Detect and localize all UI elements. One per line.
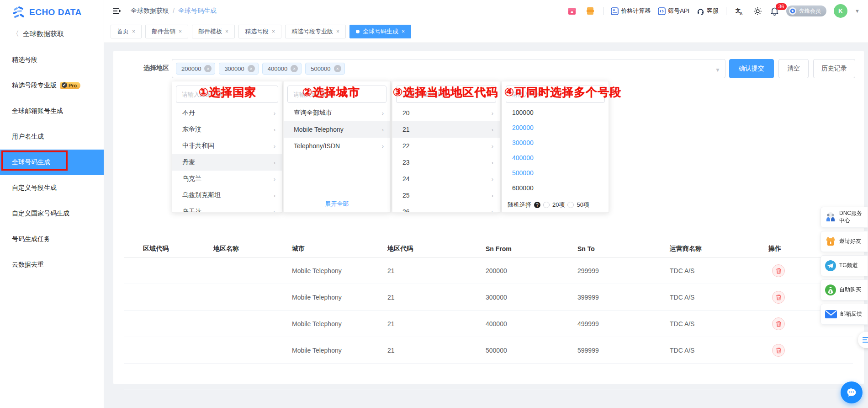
sidebar-item-自定义国家号码生成[interactable]: 自定义国家号码生成 — [0, 201, 104, 226]
cascader-option[interactable]: 中非共和国› — [172, 138, 282, 154]
theme-icon[interactable] — [752, 5, 763, 16]
chevron-right-icon: › — [492, 159, 493, 166]
cascader-option[interactable]: 200000 — [502, 120, 609, 135]
help-icon[interactable]: ? — [534, 202, 540, 208]
radio-icon[interactable] — [567, 202, 574, 208]
tag-remove-icon[interactable]: × — [334, 65, 341, 72]
sidebar-item-云数据去重[interactable]: 云数据去重 — [0, 252, 104, 278]
cascader-option[interactable]: 22› — [392, 138, 500, 154]
tab-close-icon[interactable]: × — [225, 28, 228, 35]
random-option-label[interactable]: 50项 — [577, 201, 589, 209]
sidebar-item-label: 云数据去重 — [12, 261, 44, 269]
region-select-input[interactable]: ▼ 200000×300000×400000×500000× — [172, 59, 725, 78]
rail-item-邮箱反馈[interactable]: 邮箱反馈 — [820, 304, 868, 325]
tab-label: 邮件模板 — [198, 27, 222, 36]
cascader-option[interactable]: 300000 — [502, 135, 609, 150]
tab-精选号段[interactable]: 精选号段× — [238, 25, 281, 38]
tab-close-icon[interactable]: × — [402, 28, 405, 35]
cascader-option[interactable]: 21› — [392, 121, 500, 138]
cascader-search-input[interactable] — [506, 86, 605, 103]
translate-icon[interactable]: 文A — [734, 5, 745, 16]
tab-精选号段专业版[interactable]: 精选号段专业版× — [285, 25, 346, 38]
sidebar-item-精选号段[interactable]: 精选号段 — [0, 47, 104, 73]
cascader-option[interactable]: 400000 — [502, 150, 609, 165]
tag-remove-icon[interactable]: × — [291, 65, 298, 72]
sidebar-back-link[interactable]: 〈 全球数据获取 — [0, 24, 104, 43]
tag-remove-icon[interactable]: × — [248, 65, 255, 72]
cascader-search-input[interactable] — [396, 86, 496, 103]
cascader-option[interactable]: 500000 — [502, 165, 609, 180]
delete-row-button[interactable] — [772, 344, 785, 357]
sidebar-item-自定义号段生成[interactable]: 自定义号段生成 — [0, 175, 104, 201]
tab-邮件营销[interactable]: 邮件营销× — [145, 25, 188, 38]
sidebar-item-号码生成任务[interactable]: 号码生成任务 — [0, 226, 104, 252]
tab-close-icon[interactable]: × — [272, 28, 275, 35]
sidebar-item-全球邮箱账号生成[interactable]: 全球邮箱账号生成 — [0, 98, 104, 124]
cascader-option[interactable]: 100000 — [502, 105, 609, 120]
region-tag: 500000× — [305, 63, 344, 75]
clear-button[interactable]: 清空 — [778, 59, 809, 78]
cascader-option[interactable]: 乌干达› — [172, 204, 282, 213]
tab-close-icon[interactable]: × — [336, 28, 339, 35]
brand-name: ECHO DATA — [29, 7, 82, 17]
cascader-panel-4: 100000200000300000400000500000600000随机选择… — [502, 81, 609, 213]
history-button[interactable]: 历史记录 — [813, 59, 855, 78]
rail-item-邀请好友[interactable]: 邀请好友 — [820, 231, 868, 252]
cascader-option-label: 中非共和国 — [182, 142, 214, 150]
cascader-search-input[interactable] — [176, 86, 278, 103]
rail-item-TG频道[interactable]: TG频道 — [820, 255, 868, 276]
member-badge[interactable]: 先锋会员 — [786, 5, 826, 16]
radio-icon[interactable] — [543, 202, 550, 208]
sidebar-item-全球号码生成[interactable]: 全球号码生成 — [0, 150, 104, 175]
cascader-search-input[interactable] — [287, 86, 386, 103]
cascader-option-label: 24 — [402, 175, 410, 183]
submit-button[interactable]: 确认提交 — [729, 59, 774, 78]
tool-label: 筛号API — [668, 7, 689, 15]
chevron-down-icon[interactable]: ▼ — [855, 8, 860, 14]
tool-number-api[interactable]: 筛号API — [658, 7, 689, 15]
cascader-option[interactable]: Telephony/ISDN› — [284, 138, 390, 154]
cascader-option[interactable]: 乌兹别克斯坦› — [172, 187, 282, 204]
tool-price-calculator[interactable]: 价格计算器 — [611, 7, 651, 15]
cascader-option[interactable]: 600000 — [502, 180, 609, 195]
expand-all-link[interactable]: 展开全部 — [284, 200, 390, 208]
cascader-option[interactable]: 不丹› — [172, 105, 282, 121]
tab-close-icon[interactable]: × — [132, 28, 135, 35]
tab-close-icon[interactable]: × — [179, 28, 182, 35]
cascader-option[interactable]: 丹麦› — [172, 154, 282, 171]
tag-remove-icon[interactable]: × — [204, 65, 212, 72]
sidebar-item-精选号段专业版[interactable]: 精选号段专业版Pro — [0, 73, 104, 98]
cascader-option[interactable]: 26› — [392, 204, 500, 213]
cascader-option[interactable]: 乌克兰› — [172, 171, 282, 187]
cascader-option[interactable]: 23› — [392, 154, 500, 171]
cascader-option[interactable]: 查询全部城市› — [284, 105, 390, 121]
breadcrumb-parent[interactable]: 全球数据获取 — [131, 7, 169, 15]
cascader-option[interactable]: 20› — [392, 105, 500, 121]
region-tag-label: 500000 — [311, 65, 330, 72]
cascader-option[interactable]: 东帝汶› — [172, 121, 282, 138]
delete-row-button[interactable] — [772, 291, 785, 304]
chat-support-button[interactable] — [841, 381, 863, 403]
rail-item-DNC服务中心[interactable]: DNC服务中心 — [820, 207, 868, 228]
cascader-panel-2: 查询全部城市›Mobile Telephony›Telephony/ISDN›展… — [283, 81, 391, 213]
avatar[interactable]: K — [834, 4, 847, 18]
active-tab-dot-icon — [356, 30, 360, 33]
rail-item-自助购买[interactable]: $自助购买 — [820, 279, 868, 301]
sidebar-item-label: 号码生成任务 — [12, 235, 50, 243]
tab-全球号码生成[interactable]: 全球号码生成× — [349, 25, 411, 38]
cascader-option[interactable]: 24› — [392, 171, 500, 187]
sidebar-item-用户名生成[interactable]: 用户名生成 — [0, 124, 104, 150]
delete-row-button[interactable] — [772, 264, 785, 277]
cascader-option[interactable]: Mobile Telephony› — [284, 121, 390, 138]
tab-邮件模板[interactable]: 邮件模板× — [192, 25, 235, 38]
wallet-icon[interactable] — [585, 5, 596, 16]
app-root: ECHO DATA 〈 全球数据获取 精选号段精选号段专业版Pro全球邮箱账号生… — [0, 0, 868, 408]
tool-support[interactable]: 客服 — [697, 7, 719, 15]
delete-row-button[interactable] — [772, 317, 785, 330]
tab-首页[interactable]: 首页× — [111, 25, 142, 38]
gift-promo-icon[interactable] — [566, 5, 577, 16]
random-option-label[interactable]: 20项 — [552, 201, 565, 209]
notifications-bell[interactable]: 36 — [770, 6, 779, 16]
menu-collapse-icon[interactable] — [111, 5, 122, 16]
cascader-option[interactable]: 25› — [392, 187, 500, 204]
